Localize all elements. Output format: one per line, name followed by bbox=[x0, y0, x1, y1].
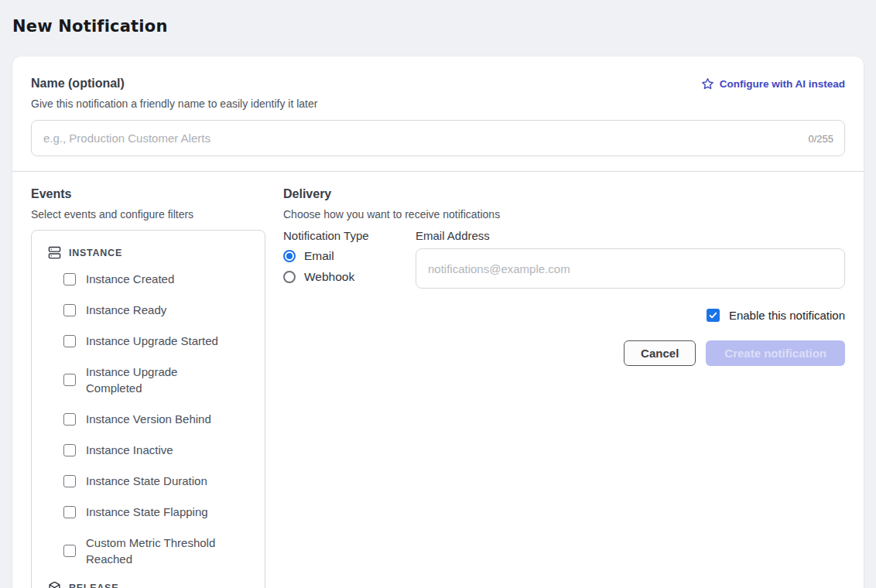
event-checkbox-row[interactable]: Instance State Duration bbox=[63, 473, 254, 489]
event-checkbox-row[interactable]: Instance Ready bbox=[63, 302, 254, 318]
form-columns: Events Select events and configure filte… bbox=[12, 172, 864, 588]
event-checkbox-row[interactable]: Instance Inactive bbox=[63, 442, 254, 458]
event-checkbox[interactable] bbox=[63, 374, 76, 386]
server-icon bbox=[48, 246, 61, 259]
event-label: Instance Version Behind bbox=[86, 411, 211, 427]
event-group-label: INSTANCE bbox=[69, 248, 122, 258]
event-group-items: Instance CreatedInstance ReadyInstance U… bbox=[63, 271, 254, 567]
event-checkbox-row[interactable]: Instance Created bbox=[63, 271, 254, 287]
event-label: Instance Upgrade Completed bbox=[86, 364, 219, 396]
notification-type-radio-group: EmailWebhook bbox=[283, 249, 397, 284]
delivery-description: Choose how you want to receive notificat… bbox=[283, 208, 845, 220]
events-description: Select events and configure filters bbox=[31, 208, 265, 220]
event-label: Instance State Flapping bbox=[86, 504, 208, 520]
event-label: Instance Upgrade Started bbox=[86, 333, 218, 349]
notification-type-label: Notification Type bbox=[283, 229, 397, 242]
events-heading: Events bbox=[31, 187, 265, 201]
notification-form-card: Name (optional) Configure with AI instea… bbox=[12, 56, 864, 588]
name-input[interactable] bbox=[31, 120, 845, 156]
name-section-heading: Name (optional) bbox=[31, 77, 125, 91]
delivery-section: Delivery Choose how you want to receive … bbox=[283, 187, 845, 588]
radio-button[interactable] bbox=[283, 250, 296, 262]
event-group-label: RELEASE bbox=[69, 583, 118, 588]
configure-with-ai-label: Configure with AI instead bbox=[720, 78, 845, 90]
event-checkbox[interactable] bbox=[63, 545, 76, 557]
notification-type-option-webhook[interactable]: Webhook bbox=[283, 270, 397, 284]
event-checkbox[interactable] bbox=[63, 413, 76, 426]
radio-label: Webhook bbox=[304, 270, 354, 284]
event-checkbox-row[interactable]: Custom Metric Threshold Reached bbox=[63, 535, 254, 567]
events-section: Events Select events and configure filte… bbox=[31, 187, 265, 588]
delivery-form: Notification Type EmailWebhook Email Add… bbox=[283, 229, 845, 291]
event-label: Instance Created bbox=[86, 271, 174, 287]
event-label: Instance Inactive bbox=[86, 442, 173, 458]
create-notification-button[interactable]: Create notification bbox=[706, 340, 845, 366]
event-checkbox[interactable] bbox=[63, 444, 76, 456]
event-group-header-instance: INSTANCE bbox=[48, 246, 254, 259]
name-section-description: Give this notification a friendly name t… bbox=[31, 97, 845, 110]
delivery-heading: Delivery bbox=[283, 187, 845, 201]
event-label: Instance Ready bbox=[86, 302, 166, 318]
event-label: Custom Metric Threshold Reached bbox=[86, 535, 219, 567]
enable-notification-label: Enable this notification bbox=[729, 309, 845, 322]
char-counter: 0/255 bbox=[808, 132, 833, 144]
name-input-container: 0/255 bbox=[31, 120, 845, 156]
event-checkbox-row[interactable]: Instance Upgrade Started bbox=[63, 333, 254, 349]
radio-button[interactable] bbox=[283, 271, 296, 283]
email-input[interactable] bbox=[416, 248, 845, 289]
event-checkbox-row[interactable]: Instance Upgrade Completed bbox=[63, 364, 254, 396]
event-checkbox[interactable] bbox=[63, 506, 76, 518]
notification-type-option-email[interactable]: Email bbox=[283, 249, 397, 263]
events-list-panel: INSTANCEInstance CreatedInstance ReadyIn… bbox=[31, 230, 265, 588]
event-checkbox[interactable] bbox=[63, 475, 76, 487]
page-title: New Notification bbox=[12, 17, 864, 36]
enable-notification-row: Enable this notification bbox=[283, 309, 845, 322]
email-address-label: Email Address bbox=[416, 229, 845, 242]
event-label: Instance State Duration bbox=[86, 473, 207, 489]
star-icon bbox=[701, 77, 714, 91]
cancel-button[interactable]: Cancel bbox=[624, 340, 696, 366]
checkmark-icon bbox=[708, 310, 718, 320]
event-checkbox-row[interactable]: Instance Version Behind bbox=[63, 411, 254, 427]
event-group-header-release: RELEASE bbox=[48, 581, 254, 588]
event-checkbox[interactable] bbox=[63, 335, 76, 347]
enable-notification-checkbox[interactable] bbox=[707, 309, 720, 322]
name-section: Name (optional) Configure with AI instea… bbox=[12, 56, 864, 171]
package-icon bbox=[48, 581, 61, 588]
configure-with-ai-link[interactable]: Configure with AI instead bbox=[701, 77, 845, 91]
event-checkbox[interactable] bbox=[63, 304, 76, 316]
event-checkbox[interactable] bbox=[63, 273, 76, 285]
event-checkbox-row[interactable]: Instance State Flapping bbox=[63, 504, 254, 520]
radio-label: Email bbox=[304, 249, 334, 263]
form-actions: Cancel Create notification bbox=[283, 340, 845, 366]
